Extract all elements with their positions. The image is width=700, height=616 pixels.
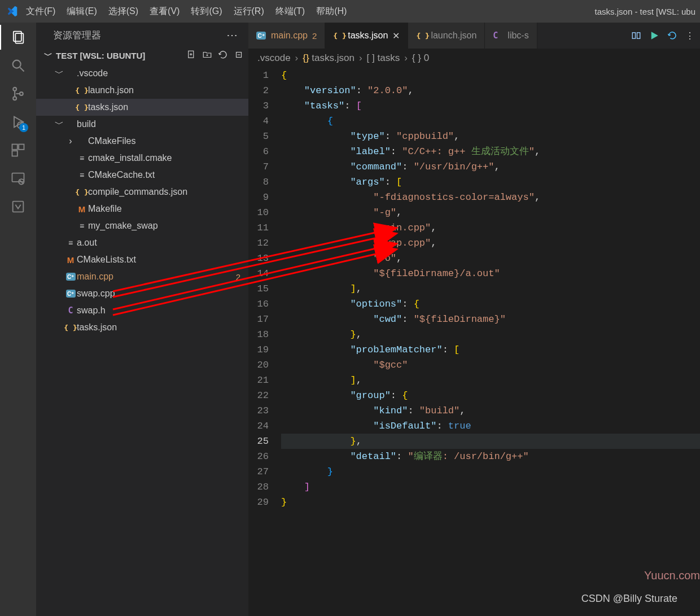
file-item[interactable]: { }launch.json (36, 82, 248, 99)
editor-tabs: C⁺main.cpp2{ }tasks.json✕{ }launch.jsonC… (248, 23, 700, 49)
source-control-icon[interactable] (9, 85, 27, 103)
file-type-icon: ≡ (64, 238, 77, 247)
chevron-right-icon: › (65, 136, 76, 146)
menu-help[interactable]: 帮助(H) (310, 6, 352, 18)
restart-icon[interactable] (667, 30, 677, 41)
editor-tab[interactable]: Clibc-s (485, 23, 537, 49)
code-line[interactable]: } (281, 464, 700, 479)
code-line[interactable]: { (281, 113, 700, 129)
explorer-sidebar: 资源管理器 ⋯ ﹀ TEST [WSL: UBUNTU] ﹀.vscode{ }… (36, 23, 248, 616)
code-line[interactable]: "swap.cpp", (281, 235, 700, 251)
run-icon[interactable] (649, 30, 659, 41)
code-content[interactable]: { "version": "2.0.0", "tasks": [ { "type… (281, 68, 700, 616)
file-type-icon: ≡ (76, 221, 88, 230)
code-line[interactable]: "problemMatcher": [ (281, 342, 700, 357)
file-item[interactable]: { }compile_commands.json (36, 184, 248, 200)
menu-edit[interactable]: 编辑(E) (61, 6, 102, 18)
editor-tab[interactable]: C⁺main.cpp2 (248, 23, 325, 49)
folder-item[interactable]: ﹀build (36, 116, 248, 133)
svg-point-4 (13, 88, 16, 91)
file-item[interactable]: Cswap.h (36, 302, 248, 319)
file-item[interactable]: { }tasks.json (36, 99, 248, 116)
menu-view[interactable]: 查看(V) (144, 6, 185, 18)
live-icon[interactable] (9, 198, 27, 216)
code-line[interactable]: "cwd": "${fileDirname}" (281, 312, 700, 327)
code-line[interactable]: "detail": "编译器: /usr/bin/g++" (281, 449, 700, 464)
breadcrumb-item[interactable]: { } 0 (412, 53, 429, 64)
file-item[interactable]: ≡a.out (36, 234, 248, 251)
code-line[interactable]: ] (281, 479, 700, 495)
code-editor[interactable]: 1234567891011121314151617181920212223242… (248, 68, 700, 616)
file-label: compile_commands.json (88, 187, 248, 197)
more-actions-icon[interactable]: ⋯ (226, 28, 238, 42)
collapse-all-icon[interactable] (234, 50, 244, 62)
folder-item[interactable]: ﹀.vscode (36, 65, 248, 82)
split-icon[interactable]: ⋮ (685, 30, 694, 41)
file-item[interactable]: ≡my_cmake_swap (36, 217, 248, 234)
code-line[interactable]: ], (281, 373, 700, 388)
extensions-icon[interactable] (9, 141, 27, 159)
close-icon[interactable]: ✕ (392, 30, 400, 41)
code-line[interactable]: "type": "cppbuild", (281, 129, 700, 144)
menu-run[interactable]: 运行(R) (228, 6, 270, 18)
run-debug-icon[interactable]: 1 (9, 113, 27, 131)
line-number: 12 (248, 235, 269, 251)
file-item[interactable]: MCMakeLists.txt (36, 251, 248, 268)
folder-item[interactable]: ›CMakeFiles (36, 133, 248, 150)
code-line[interactable]: "isDefault": true (281, 418, 700, 434)
code-line[interactable]: "label": "C/C++: g++ 生成活动文件", (281, 144, 700, 159)
new-file-icon[interactable] (186, 50, 196, 62)
code-line[interactable]: "command": "/usr/bin/g++", (281, 159, 700, 174)
file-item[interactable]: { }tasks.json (36, 319, 248, 336)
line-numbers: 1234567891011121314151617181920212223242… (248, 68, 281, 616)
menu-go[interactable]: 转到(G) (185, 6, 228, 18)
compare-icon[interactable] (631, 30, 641, 41)
svg-rect-10 (19, 145, 24, 150)
code-line[interactable]: ], (281, 281, 700, 296)
code-line[interactable]: "version": "2.0.0", (281, 83, 700, 98)
line-number: 8 (248, 174, 269, 190)
search-icon[interactable] (9, 56, 27, 75)
line-number: 28 (248, 479, 269, 495)
chevron-right-icon: › (404, 53, 408, 64)
file-item[interactable]: C⁺swap.cpp (36, 285, 248, 302)
code-line[interactable]: "-o", (281, 251, 700, 266)
code-line[interactable]: "group": { (281, 388, 700, 403)
code-line[interactable]: "tasks": [ (281, 98, 700, 113)
line-number: 22 (248, 388, 269, 403)
editor-tab[interactable]: { }tasks.json✕ (325, 23, 408, 49)
editor-tab[interactable]: { }launch.json (408, 23, 485, 49)
code-line[interactable]: }, (281, 434, 700, 449)
file-item[interactable]: MMakefile (36, 200, 248, 217)
file-item[interactable]: ≡CMakeCache.txt (36, 167, 248, 184)
code-line[interactable]: "${fileDirname}/a.out" (281, 266, 700, 281)
file-item[interactable]: ≡cmake_install.cmake (36, 150, 248, 167)
breadcrumb-item[interactable]: {} tasks.json (303, 53, 355, 64)
menu-select[interactable]: 选择(S) (103, 6, 144, 18)
file-label: tasks.json (88, 102, 248, 112)
code-line[interactable]: "args": [ (281, 174, 700, 190)
refresh-icon[interactable] (218, 50, 228, 62)
code-line[interactable]: { (281, 68, 700, 83)
code-line[interactable]: "$gcc" (281, 357, 700, 373)
explorer-icon[interactable] (9, 28, 27, 46)
breadcrumb[interactable]: .vscode › {} tasks.json › [ ] tasks › { … (248, 49, 700, 68)
code-line[interactable]: }, (281, 327, 700, 342)
code-line[interactable]: "-fdiagnostics-color=always", (281, 190, 700, 205)
code-line[interactable]: "main.cpp", (281, 220, 700, 235)
menu-file[interactable]: 文件(F) (20, 6, 61, 18)
workspace-header[interactable]: ﹀ TEST [WSL: UBUNTU] (36, 47, 248, 64)
code-line[interactable]: } (281, 495, 700, 510)
new-folder-icon[interactable] (202, 50, 212, 62)
code-line[interactable]: "options": { (281, 296, 700, 312)
breadcrumb-item[interactable]: .vscode (257, 53, 291, 64)
code-line[interactable]: "-g", (281, 205, 700, 220)
remote-explorer-icon[interactable] (9, 169, 27, 187)
file-type-icon: { } (416, 32, 426, 40)
file-type-icon: C⁺ (64, 290, 77, 298)
file-label: my_cmake_swap (88, 221, 248, 231)
breadcrumb-item[interactable]: [ ] tasks (367, 53, 400, 64)
file-item[interactable]: C⁺main.cpp2 (36, 268, 248, 285)
menu-terminal[interactable]: 终端(T) (270, 6, 310, 18)
code-line[interactable]: "kind": "build", (281, 403, 700, 418)
